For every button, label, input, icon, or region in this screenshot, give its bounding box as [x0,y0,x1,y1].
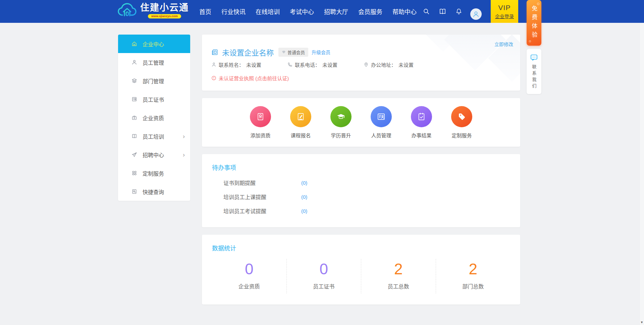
tag-icon [451,106,472,127]
chevron-right-icon: › [183,152,185,158]
sidebar-item-department-management[interactable]: 部门管理 [118,72,190,90]
sidebar-item-employee-certificates[interactable]: 员工证书 [118,90,190,108]
action-label: 学历晋升 [331,132,351,139]
company-info-card: 未设置企业名称 普通会员 升级会员 立即修改 联系姓名：未设置 [202,35,520,91]
action-add-qualification[interactable]: 添加资质 [240,106,281,139]
vip-login-button[interactable]: VIP 企业登录 [491,0,518,23]
logo-cloud-house-icon [117,2,137,19]
stat-value: 0 [319,260,328,278]
scrollbar-down-arrow[interactable]: ▼ [640,320,644,325]
contact-phone-label: 联系电话： [295,61,320,68]
sidebar-item-custom-services[interactable]: 定制服务 [118,164,190,182]
chevron-right-icon: › [183,133,185,139]
license-verification-warning[interactable]: 未认证营业执照 (点击前往认证) [211,75,289,82]
stat-label: 企业资质 [238,282,260,290]
todo-label: 培训员工考试提醒 [223,207,301,215]
sidebar-item-enterprise-center[interactable]: 企业中心 [118,35,190,53]
action-custom-services[interactable]: 定制服务 [442,106,482,139]
four-circles-grid-icon [131,170,137,176]
member-level-badge: 普通会员 [278,48,308,57]
nav-item-industry-news[interactable]: 行业快讯 [221,7,246,16]
stat-label: 部门总数 [462,282,484,290]
action-education-promotion[interactable]: 学历晋升 [321,106,361,139]
todo-card: 待办事项 证书到期提醒 (0) 培训员工上课提醒 (0) 培训员工考试提醒 (0… [202,154,520,227]
sidebar-item-label: 快捷查询 [143,188,164,196]
open-book-icon[interactable] [439,8,446,15]
action-label: 人员管理 [371,132,391,139]
action-label: 办事结果 [411,132,431,139]
app-logo[interactable]: 住建小云通 www.sjianzys.com [117,2,189,19]
sidebar-item-label: 员工管理 [143,58,164,66]
contact-name-label: 联系姓名： [219,61,244,68]
warning-text: 未认证营业执照 (点击前往认证) [219,75,289,82]
office-address-value: 未设置 [398,61,414,68]
action-course-registration[interactable]: 课程报名 [281,106,321,139]
sidebar-item-label: 招聘中心 [143,151,164,159]
pencil-document-icon [290,106,311,127]
graduation-cap-icon [330,106,352,127]
contact-name-value: 未设置 [246,61,261,68]
office-address-label: 办公地址： [371,61,396,68]
certificate-card-icon [131,96,137,102]
sidebar-item-label: 企业中心 [143,40,164,48]
user-icon [131,59,137,65]
search-icon[interactable] [423,8,430,15]
todo-count[interactable]: (0) [301,194,307,200]
phone-icon [287,62,292,67]
stat-employee-certificates: 0 员工证书 [286,259,361,293]
book-icon [131,133,137,139]
vip-enterprise-login-label: 企业登录 [495,13,514,19]
certificate-icon [250,106,271,127]
main-nav-menu: 首页 行业快讯 在线培训 考试中心 招聘大厅 会员服务 帮助中心 [199,0,417,23]
action-label: 添加资质 [250,132,270,139]
sidebar-item-quick-search[interactable]: 快捷查询 [118,182,190,201]
sidebar-item-enterprise-qualifications[interactable]: 企业资质 [118,108,190,127]
logo-title: 住建小云通 [140,3,189,13]
bell-icon[interactable] [455,8,463,15]
document-search-icon [131,189,137,194]
action-task-results[interactable]: 办事结果 [401,106,442,139]
chat-bubble-icon [530,53,538,61]
briefcase-icon [131,115,137,121]
contact-us-widget[interactable]: 联系我们 [527,49,541,94]
logo-url-pill: www.sjianzys.com [148,14,181,18]
free-trial-ribbon[interactable]: 免费体验 [527,0,541,46]
scrollbar-track[interactable] [640,23,644,325]
sidebar-item-label: 定制服务 [143,169,164,177]
stats-section-title: 数据统计 [212,243,510,252]
action-personnel-management[interactable]: 人员管理 [361,106,401,139]
stat-value: 2 [394,260,403,278]
company-building-icon [211,49,218,56]
sidebar-item-recruitment-center[interactable]: 招聘中心 › [118,145,190,164]
nav-item-job-hall[interactable]: 招聘大厅 [324,7,348,16]
todo-row-training-exam-reminder: 培训员工考试提醒 (0) [223,204,510,218]
contact-us-label: 联系我们 [531,64,537,90]
nav-item-home[interactable]: 首页 [199,7,211,16]
todo-count[interactable]: (0) [301,180,307,186]
todo-section-title: 待办事项 [212,163,510,172]
todo-count[interactable]: (0) [301,208,307,214]
sidebar-item-label: 部门管理 [143,77,164,85]
todo-row-training-class-reminder: 培训员工上课提醒 (0) [223,190,510,204]
sidebar-item-employee-management[interactable]: 员工管理 [118,53,190,72]
todo-row-certificate-expiry: 证书到期提醒 (0) [223,176,510,190]
stat-label: 员工证书 [313,282,334,290]
nav-item-exam-center[interactable]: 考试中心 [290,7,314,16]
sidebar-menu: 企业中心 员工管理 部门管理 员工证书 [118,35,190,201]
user-avatar[interactable] [470,8,482,20]
free-trial-label: 免费体验 [530,5,538,40]
todo-label: 证书到期提醒 [223,179,301,187]
nav-item-online-training[interactable]: 在线培训 [256,7,280,16]
contact-name-field: 联系姓名：未设置 [211,61,261,68]
home-icon [131,41,137,47]
location-pin-icon [364,62,369,67]
edit-now-link[interactable]: 立即修改 [494,41,513,47]
sidebar-item-employee-training[interactable]: 员工培训 › [118,127,190,145]
nav-item-help-center[interactable]: 帮助中心 [392,7,417,16]
warning-circle-icon [211,76,216,81]
member-level-label: 普通会员 [287,49,305,55]
stat-value: 2 [469,260,477,278]
quick-actions-card: 添加资质 课程报名 学历晋升 [202,98,520,147]
upgrade-member-link[interactable]: 升级会员 [312,49,330,55]
nav-item-member-services[interactable]: 会员服务 [358,7,382,16]
